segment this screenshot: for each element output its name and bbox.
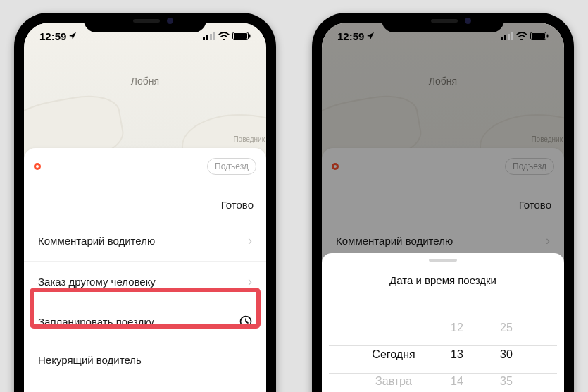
entrance-button[interactable]: Подъезд bbox=[207, 158, 256, 175]
wheel-minute-cell[interactable]: 35 bbox=[482, 368, 531, 392]
svg-rect-0 bbox=[203, 37, 205, 40]
wheel-hour-cell[interactable]: 13 bbox=[432, 341, 482, 368]
picker-wheels[interactable]: 12 25 Сегодня 13 30 Завтра 14 35 bbox=[322, 300, 564, 392]
svg-rect-6 bbox=[249, 35, 251, 38]
svg-rect-2 bbox=[210, 34, 212, 40]
notch bbox=[84, 13, 206, 32]
wheel-minute-cell[interactable] bbox=[482, 300, 531, 314]
option-order-for-other[interactable]: Заказ другому человеку › bbox=[24, 262, 266, 302]
screen-left: 12:59 Лобня Поведник Подъезд bbox=[24, 23, 266, 392]
datetime-picker-sheet: Дата и время поездки 12 25 Сегодня 13 30 bbox=[322, 253, 564, 392]
status-time: 12:59 bbox=[39, 30, 66, 42]
wheel-day-cell[interactable] bbox=[355, 300, 432, 314]
svg-rect-11 bbox=[511, 32, 513, 40]
options-sheet: Готово Комментарий водителю › Заказ друг… bbox=[24, 189, 266, 392]
phone-left: 12:59 Лобня Поведник Подъезд bbox=[14, 13, 276, 392]
screen-right: 12:59 Лобня Поведник Подъезд bbox=[322, 23, 564, 392]
cellular-icon bbox=[203, 32, 215, 40]
battery-icon bbox=[232, 32, 251, 40]
location-arrow-icon bbox=[366, 32, 375, 40]
wheel-day-cell[interactable]: Завтра bbox=[355, 368, 432, 392]
option-label: Запланировать поездку bbox=[38, 316, 154, 328]
chevron-right-icon: › bbox=[546, 233, 550, 248]
wheel-minute-cell[interactable]: 30 bbox=[482, 341, 531, 368]
options-sheet-dimmed: Готово Комментарий водителю › bbox=[322, 189, 564, 261]
option-label: Заказ другому человеку bbox=[38, 276, 156, 288]
svg-rect-5 bbox=[234, 33, 247, 39]
svg-rect-3 bbox=[213, 32, 215, 40]
svg-rect-8 bbox=[501, 37, 503, 40]
wheel-day-cell[interactable] bbox=[355, 314, 432, 341]
map-edge-label: Поведник bbox=[233, 135, 265, 143]
svg-rect-14 bbox=[547, 35, 549, 38]
chevron-right-icon: › bbox=[248, 233, 252, 248]
battery-icon bbox=[530, 32, 549, 40]
svg-rect-1 bbox=[206, 35, 208, 40]
clock-icon bbox=[239, 315, 252, 328]
svg-rect-13 bbox=[532, 33, 545, 39]
wheel-day-cell[interactable]: Сегодня bbox=[355, 341, 432, 368]
wheel-hour-cell[interactable]: 12 bbox=[432, 314, 482, 341]
option-nonsmoking-driver[interactable]: Некурящий водитель bbox=[24, 341, 266, 379]
done-button[interactable]: Готово bbox=[221, 199, 254, 211]
map-city-label: Лобня bbox=[131, 75, 159, 87]
wheel-hour-cell[interactable]: 14 bbox=[432, 368, 482, 392]
picker-title: Дата и время поездки bbox=[322, 262, 564, 300]
phone-right: 12:59 Лобня Поведник Подъезд bbox=[312, 13, 574, 392]
wifi-icon bbox=[516, 32, 527, 40]
svg-rect-10 bbox=[508, 34, 510, 40]
notch bbox=[382, 13, 504, 32]
option-driver-comment[interactable]: Комментарий водителю › bbox=[24, 221, 266, 262]
option-schedule-trip[interactable]: Запланировать поездку bbox=[24, 302, 266, 341]
option-label: Некурящий водитель bbox=[38, 354, 142, 366]
cellular-icon bbox=[501, 32, 513, 40]
status-time: 12:59 bbox=[337, 30, 364, 42]
location-arrow-icon bbox=[68, 32, 77, 40]
wifi-icon bbox=[218, 32, 230, 40]
done-button[interactable]: Готово bbox=[519, 199, 551, 211]
origin-dot-icon bbox=[34, 163, 41, 170]
wheel-hour-cell[interactable] bbox=[432, 300, 482, 314]
option-label: Комментарий водителю bbox=[38, 235, 155, 247]
chevron-right-icon: › bbox=[248, 274, 252, 289]
wheel-minute-cell[interactable]: 25 bbox=[482, 314, 531, 341]
svg-rect-9 bbox=[504, 35, 506, 40]
option-pet-transport[interactable]: Перевозка домашнего животного bbox=[24, 379, 266, 392]
option-label: Комментарий водителю bbox=[336, 235, 453, 247]
